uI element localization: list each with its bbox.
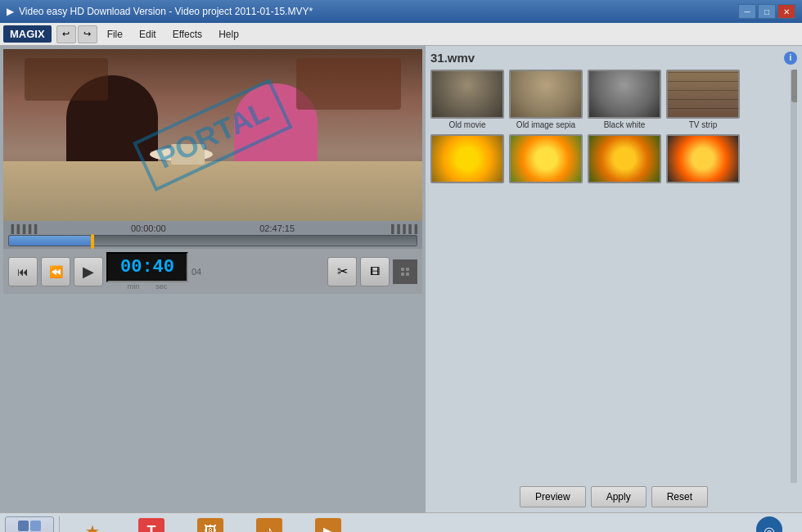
effect-bw-label: Black white: [588, 120, 661, 129]
effect-oldmovie[interactable]: Old movie: [430, 70, 504, 129]
total-time-display: 02:47:15: [259, 223, 295, 233]
play-button[interactable]: ▶: [74, 257, 103, 286]
skip-back-button[interactable]: ⏮: [8, 257, 38, 286]
video-preview: PORTAL: [3, 49, 422, 221]
video-scene: PORTAL: [3, 49, 422, 221]
effects-row-2: [430, 134, 797, 185]
window-title: Video easy HD Download Version - Video p…: [19, 6, 738, 17]
counter-sec-label: sec: [155, 282, 167, 291]
scrubber-track[interactable]: [8, 235, 417, 246]
transport-area: ⏮ ⏪ ▶ 00:40 min sec 04 ✂ 🎞: [3, 249, 422, 294]
effect-color2[interactable]: [509, 134, 583, 185]
menu-effects[interactable]: Effects: [164, 25, 210, 43]
maximize-button[interactable]: □: [758, 4, 776, 19]
undo-button[interactable]: ↩: [56, 25, 76, 43]
finish-movie-icon: ◎: [756, 518, 782, 532]
app-icon: ▶: [7, 6, 14, 17]
effect-sepia-label: Old image sepia: [509, 120, 583, 129]
menu-edit[interactable]: Edit: [131, 25, 164, 43]
grip-control: [393, 259, 417, 284]
menu-bar: MAGIX ↩ ↪ File Edit Effects Help: [0, 23, 802, 46]
effect-color4[interactable]: [666, 134, 740, 185]
redo-button[interactable]: ↪: [78, 25, 97, 43]
insert-music-icon: ♪: [256, 518, 282, 532]
toolbar-strip: Set object ★ Video effects T Title and t…: [0, 512, 802, 532]
insert-photo-button[interactable]: 🖼 Insert photo: [182, 516, 238, 532]
effect-color3[interactable]: [588, 134, 661, 185]
set-object-button[interactable]: Set object: [5, 516, 54, 532]
insert-photo-icon: 🖼: [197, 518, 223, 532]
effect-sepia[interactable]: Old image sepia: [509, 70, 583, 129]
scrubber-fill: [9, 236, 91, 246]
effects-buttons: Preview Apply Reset: [430, 486, 797, 507]
finish-movie-button[interactable]: ◎ Finish movie: [741, 516, 797, 532]
effects-panel: 31.wmv i Old movie: [426, 46, 802, 512]
minimize-button[interactable]: ─: [738, 4, 756, 19]
clip-trim-button[interactable]: 🎞: [360, 257, 390, 286]
time-counter: 00:40: [106, 252, 188, 282]
reset-button[interactable]: Reset: [651, 486, 708, 507]
close-button[interactable]: ✕: [777, 4, 795, 19]
menu-help[interactable]: Help: [210, 25, 247, 43]
effect-tvstrip-label: TV strip: [666, 120, 740, 129]
counter-min-label: min: [128, 282, 140, 291]
effects-title: 31.wmv: [430, 51, 475, 65]
video-effects-icon: ★: [79, 518, 106, 532]
insert-video-icon: ▶: [315, 518, 341, 532]
effects-row-1: Old movie Old image sepia: [430, 70, 797, 129]
info-icon[interactable]: i: [784, 52, 797, 65]
toolbar-divider-1: [59, 516, 60, 532]
magix-logo: MAGIX: [3, 25, 52, 43]
effect-tvstrip[interactable]: TV strip: [666, 70, 740, 129]
title-bar: ▶ Video easy HD Download Version - Video…: [0, 0, 802, 23]
effect-color1[interactable]: [430, 134, 504, 185]
menu-file[interactable]: File: [99, 25, 131, 43]
effects-scroll-area: Old movie Old image sepia: [430, 70, 797, 483]
effects-scrollbar[interactable]: [791, 70, 797, 483]
preview-button[interactable]: Preview: [520, 486, 586, 507]
apply-button[interactable]: Apply: [591, 486, 647, 507]
insert-video-button[interactable]: ▶ Insert video: [300, 516, 356, 532]
scrubber-handle[interactable]: [91, 234, 94, 249]
main-content: PORTAL ▐▐▐▐▐ 00:00:00 02:47:15 ▐▐▐▐▐ ⏮ ⏪…: [0, 46, 802, 512]
rewind-button[interactable]: ⏪: [41, 257, 70, 286]
effect-bw[interactable]: Black white: [588, 70, 661, 129]
scissors-button[interactable]: ✂: [327, 257, 357, 286]
effects-scroll-thumb[interactable]: [791, 70, 797, 102]
effect-oldmovie-label: Old movie: [430, 120, 504, 129]
left-panel: PORTAL ▐▐▐▐▐ 00:00:00 02:47:15 ▐▐▐▐▐ ⏮ ⏪…: [0, 46, 426, 512]
scrubber-area: ▐▐▐▐▐ 00:00:00 02:47:15 ▐▐▐▐▐: [3, 221, 422, 249]
title-text-icon: T: [138, 518, 164, 532]
insert-music-button[interactable]: ♪ Insert music: [241, 516, 297, 532]
video-effects-button[interactable]: ★ Video effects: [65, 516, 120, 532]
frame-count: 04: [191, 267, 201, 277]
title-text-button[interactable]: T Title and text: [124, 516, 179, 532]
current-time-display: 00:00:00: [131, 223, 166, 233]
counter-value: 00:40: [120, 257, 174, 277]
